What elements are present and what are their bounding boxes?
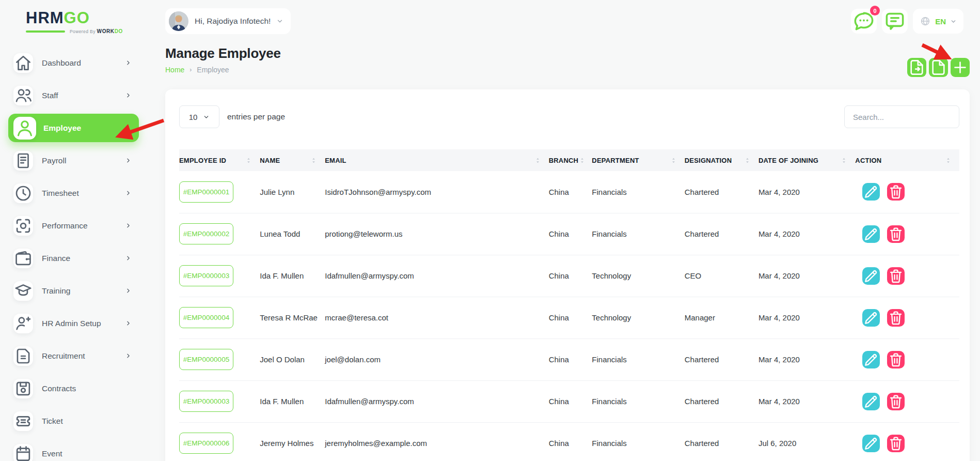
sidebar: HRMGO Powered By WORKDO Dashboard Staff … <box>0 0 147 461</box>
main-area: Hi, Rajodiya Infotech! 0 EN <box>147 0 980 461</box>
column-header-date-of-joining[interactable]: DATE OF JOINING <box>758 149 855 171</box>
pencil-icon <box>862 267 880 285</box>
table-row: #EMP0000002 Lunea Todd protiong@teleworm… <box>179 213 959 255</box>
edit-button[interactable] <box>862 351 880 368</box>
document-button[interactable] <box>929 58 948 77</box>
column-header-designation[interactable]: DESIGNATION <box>685 149 758 171</box>
chevron-right-icon <box>125 92 132 99</box>
graduation-cap-icon <box>13 281 33 301</box>
page-head: Manage Employee Home › Employee <box>165 45 970 77</box>
delete-button[interactable] <box>887 309 905 327</box>
delete-button[interactable] <box>887 267 905 285</box>
employee-id-badge: #EMP0000005 <box>179 349 233 370</box>
breadcrumb-home-link[interactable]: Home <box>165 66 184 74</box>
sidebar-item-dashboard[interactable]: Dashboard <box>8 49 139 77</box>
invoice-icon <box>13 151 33 171</box>
sidebar-item-payroll[interactable]: Payroll <box>8 146 139 175</box>
delete-button[interactable] <box>887 351 905 368</box>
chat-button[interactable]: 0 <box>851 9 877 34</box>
table-row: #EMP0000001 Julie Lynn IsidroTJohnson@ar… <box>179 171 959 213</box>
column-header-employee-id[interactable]: EMPLOYEE ID <box>179 149 260 171</box>
sidebar-item-contracts[interactable]: Contracts <box>8 374 139 403</box>
edit-button[interactable] <box>862 183 880 201</box>
edit-button[interactable] <box>862 267 880 285</box>
employee-id-badge: #EMP0000003 <box>179 265 233 286</box>
delete-button[interactable] <box>887 435 905 452</box>
cell-branch: China <box>549 171 592 213</box>
messages-button[interactable] <box>882 9 908 34</box>
entries-per-page-select[interactable]: 10 <box>179 105 219 128</box>
delete-button[interactable] <box>887 393 905 410</box>
cell-department: Financials <box>592 339 684 380</box>
edit-button[interactable] <box>862 225 880 243</box>
language-label: EN <box>935 17 946 26</box>
cell-date-of-joining: Mar 4, 2020 <box>758 171 855 213</box>
cell-department: Technology <box>592 255 684 297</box>
sidebar-item-performance[interactable]: Performance <box>8 211 139 240</box>
page-actions <box>907 58 970 77</box>
export-button[interactable] <box>907 58 926 77</box>
cell-department: Financials <box>592 422 684 461</box>
page-title: Manage Employee <box>165 45 281 62</box>
delete-button[interactable] <box>887 225 905 243</box>
cell-name: Ida F. Mullen <box>260 380 325 422</box>
chevron-right-icon <box>125 352 132 359</box>
cell-department: Financials <box>592 380 684 422</box>
sort-icon <box>245 157 252 164</box>
sidebar-item-recruitment[interactable]: Recruitment <box>8 342 139 370</box>
trash-icon <box>887 225 905 243</box>
edit-button[interactable] <box>862 393 880 410</box>
search-input[interactable] <box>844 105 959 128</box>
add-employee-button[interactable] <box>951 58 970 77</box>
chevron-right-icon <box>125 190 132 196</box>
table-header-row: EMPLOYEE IDNAMEEMAILBRANCHDEPARTMENTDESI… <box>179 149 959 171</box>
file-export-icon <box>907 58 926 77</box>
edit-button[interactable] <box>862 309 880 327</box>
sidebar-menu: Dashboard Staff Employee Payroll Timeshe… <box>0 49 147 461</box>
cell-department: Technology <box>592 297 684 339</box>
column-header-branch[interactable]: BRANCH <box>549 149 592 171</box>
sidebar-item-ticket[interactable]: Ticket <box>8 407 139 435</box>
file-icon <box>929 58 948 77</box>
edit-button[interactable] <box>862 435 880 452</box>
user-greeting: Hi, Rajodiya Infotech! <box>195 17 271 26</box>
sidebar-item-timesheet[interactable]: Timesheet <box>8 179 139 207</box>
chevron-right-icon <box>125 157 132 164</box>
cell-designation: CEO <box>685 255 758 297</box>
column-header-name[interactable]: NAME <box>260 149 325 171</box>
column-header-action[interactable]: ACTION <box>855 149 959 171</box>
chevron-right-icon <box>125 287 132 294</box>
focus-icon <box>13 216 33 236</box>
chevron-right-icon <box>125 320 132 327</box>
sidebar-item-employee[interactable]: Employee <box>8 114 139 142</box>
column-header-email[interactable]: EMAIL <box>325 149 548 171</box>
trash-icon <box>887 183 905 201</box>
sidebar-item-hr-admin-setup[interactable]: HR Admin Setup <box>8 309 139 337</box>
sort-icon <box>744 157 751 164</box>
sidebar-item-finance[interactable]: Finance <box>8 244 139 272</box>
plus-icon <box>951 58 970 77</box>
chevron-down-icon <box>276 18 283 25</box>
language-selector[interactable]: EN <box>913 9 963 34</box>
delete-button[interactable] <box>887 183 905 201</box>
message-icon <box>882 8 908 34</box>
brand-name: HRMGO <box>26 9 147 27</box>
sidebar-item-staff[interactable]: Staff <box>8 81 139 110</box>
employee-id-badge: #EMP0000001 <box>179 181 233 203</box>
cell-branch: China <box>549 255 592 297</box>
cell-date-of-joining: Mar 4, 2020 <box>758 339 855 380</box>
user-icon <box>13 117 36 140</box>
trash-icon <box>887 267 905 285</box>
employee-id-badge: #EMP0000003 <box>179 391 233 412</box>
cell-email: Idafmullen@armyspy.com <box>325 380 548 422</box>
sidebar-item-event[interactable]: Event <box>8 439 139 461</box>
cell-branch: China <box>549 339 592 380</box>
cell-designation: Chartered <box>685 213 758 255</box>
column-header-department[interactable]: DEPARTMENT <box>592 149 684 171</box>
sidebar-item-training[interactable]: Training <box>8 276 139 305</box>
entries-per-page-label: entries per page <box>227 112 285 121</box>
user-menu[interactable]: Hi, Rajodiya Infotech! <box>165 8 291 34</box>
clock-icon <box>13 183 33 203</box>
globe-icon <box>920 16 931 27</box>
sort-icon <box>944 157 952 164</box>
